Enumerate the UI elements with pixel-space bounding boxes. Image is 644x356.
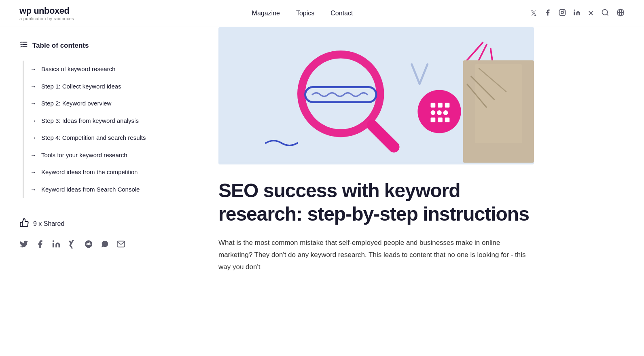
facebook-icon[interactable]	[544, 9, 551, 18]
share-section: 9 x Shared	[19, 218, 178, 230]
toc-icon	[19, 40, 28, 51]
toc-arrow-icon: →	[30, 134, 36, 141]
svg-rect-36	[475, 64, 522, 143]
svg-rect-24	[438, 103, 443, 108]
svg-rect-31	[445, 118, 450, 122]
toc-arrow-icon: →	[30, 152, 36, 158]
logo[interactable]: wp unboxed a publication by raidboxes	[19, 6, 74, 21]
linkedin-share-icon[interactable]	[52, 240, 61, 251]
nav-item-magazine[interactable]: Magazine	[252, 10, 280, 17]
site-header: wp unboxed a publication by raidboxes Ma…	[0, 0, 644, 27]
reddit-share-icon[interactable]	[84, 240, 93, 251]
toc-item-label: Tools for your keyword research	[41, 151, 127, 160]
svg-point-14	[89, 244, 90, 244]
nav-list: Magazine Topics Contact	[252, 10, 353, 17]
toc-title: Table of contents	[32, 42, 89, 50]
twitter-icon[interactable]: 𝕏	[531, 9, 537, 18]
nav-link-topics[interactable]: Topics	[296, 10, 314, 17]
svg-point-4	[602, 9, 608, 15]
search-icon[interactable]	[601, 8, 609, 19]
logo-title: wp unboxed	[19, 6, 74, 16]
share-count: 9 x Shared	[33, 220, 64, 228]
article-title: SEO success with keyword research: step-…	[218, 179, 534, 225]
toc-item-tools[interactable]: → Tools for your keyword research	[24, 147, 178, 164]
toc-divider	[19, 208, 178, 208]
svg-rect-30	[438, 118, 443, 122]
instagram-icon[interactable]	[559, 9, 566, 18]
svg-point-13	[87, 244, 88, 244]
toc-item-competition[interactable]: → Keyword ideas from the competition	[24, 164, 178, 181]
svg-line-5	[607, 14, 608, 15]
toc-list: → Basics of keyword research → Step 1: C…	[23, 61, 178, 198]
svg-point-3	[574, 9, 575, 11]
svg-point-2	[564, 11, 564, 11]
sidebar: Table of contents → Basics of keyword re…	[0, 27, 194, 297]
toc-item-label: Step 3: Ideas from keyword analysis	[41, 116, 139, 126]
toc-arrow-icon: →	[30, 100, 36, 107]
toc-arrow-icon: →	[30, 83, 36, 90]
svg-rect-0	[559, 9, 566, 15]
svg-point-27	[437, 110, 442, 115]
toc-item-label: Basics of keyword research	[41, 65, 115, 74]
header-actions: 𝕏 ✕	[531, 8, 625, 19]
toc-item-step2[interactable]: → Step 2: Keyword overview	[24, 95, 178, 112]
svg-point-26	[431, 110, 436, 115]
logo-subtitle: a publication by raidboxes	[19, 16, 74, 21]
whatsapp-share-icon[interactable]	[100, 240, 109, 251]
main-nav: Magazine Topics Contact	[252, 10, 353, 17]
toc-arrow-icon: →	[30, 117, 36, 124]
email-share-icon[interactable]	[117, 240, 125, 251]
svg-point-28	[443, 110, 448, 115]
svg-point-1	[561, 11, 564, 14]
toc-item-step3[interactable]: → Step 3: Ideas from keyword analysis	[24, 112, 178, 130]
nav-link-magazine[interactable]: Magazine	[252, 10, 280, 17]
toc-arrow-icon: →	[30, 169, 36, 175]
svg-rect-23	[431, 103, 436, 108]
toc-item-label: Keyword ideas from Search Console	[41, 185, 140, 194]
toc-item-label: Step 2: Keyword overview	[41, 99, 111, 108]
twitter-share-icon[interactable]	[19, 240, 28, 251]
toc-arrow-icon: →	[30, 186, 36, 193]
toc-item-search-console[interactable]: → Keyword ideas from Search Console	[24, 181, 178, 198]
toc-item-label: Keyword ideas from the competition	[41, 168, 138, 177]
main-content: SEO success with keyword research: step-…	[194, 27, 558, 297]
toc-header: Table of contents	[19, 40, 178, 51]
hero-image	[218, 27, 534, 164]
svg-point-11	[53, 240, 54, 242]
xing-share-icon[interactable]	[68, 240, 77, 251]
svg-rect-29	[431, 118, 436, 122]
xing-icon[interactable]: ✕	[588, 9, 594, 18]
social-share-icons	[19, 240, 178, 251]
nav-item-contact[interactable]: Contact	[330, 10, 353, 17]
nav-link-contact[interactable]: Contact	[330, 10, 353, 17]
page-layout: Table of contents → Basics of keyword re…	[0, 27, 644, 297]
toc-item-step1[interactable]: → Step 1: Collect keyword ideas	[24, 78, 178, 95]
linkedin-icon[interactable]	[573, 9, 580, 18]
toc-item-basics[interactable]: → Basics of keyword research	[24, 61, 178, 78]
toc-item-label: Step 4: Competition and search results	[41, 133, 146, 143]
article-intro: What is the most common mistake that sel…	[218, 237, 534, 273]
toc-item-step4[interactable]: → Step 4: Competition and search results	[24, 129, 178, 147]
globe-icon[interactable]	[616, 8, 625, 19]
svg-rect-25	[445, 103, 450, 108]
toc-arrow-icon: →	[30, 65, 36, 72]
thumbs-up-icon	[19, 218, 29, 230]
facebook-share-icon[interactable]	[36, 240, 44, 251]
svg-point-16	[89, 242, 90, 242]
nav-item-topics[interactable]: Topics	[296, 10, 314, 17]
toc-item-label: Step 1: Collect keyword ideas	[41, 82, 121, 91]
